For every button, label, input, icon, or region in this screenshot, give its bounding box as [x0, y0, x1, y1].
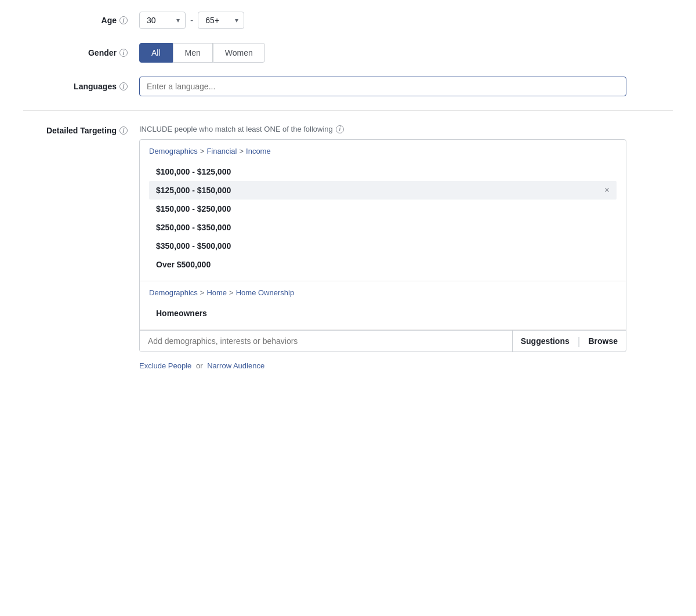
- section-divider: [23, 110, 673, 111]
- income-item-1-remove[interactable]: ×: [604, 185, 610, 195]
- age-separator: -: [190, 15, 193, 26]
- age-label-text: Age: [102, 16, 117, 25]
- gender-label-text: Gender: [88, 48, 117, 57]
- income-item-5: Over $500,000: [149, 255, 617, 274]
- home-breadcrumb-home[interactable]: Home: [206, 288, 227, 297]
- languages-label-text: Languages: [74, 82, 117, 91]
- gender-women-button[interactable]: Women: [213, 43, 265, 63]
- targeting-search-row: Suggestions | Browse: [140, 330, 626, 352]
- detailed-targeting-row: Detailed Targeting i INCLUDE people who …: [23, 125, 673, 352]
- gender-controls: All Men Women: [139, 43, 265, 63]
- home-ownership-breadcrumb: Demographics > Home > Home Ownership: [149, 288, 617, 297]
- income-breadcrumb-demographics[interactable]: Demographics: [149, 147, 198, 155]
- targeting-label-text: Detailed Targeting: [46, 126, 117, 135]
- age-row: Age i 30 13 18 21 25 35 40 45 50 55 60 6…: [23, 12, 673, 29]
- income-section: Demographics > Financial > Income $100,0…: [140, 140, 626, 281]
- bottom-link-or: or: [196, 361, 203, 370]
- targeting-search-input[interactable]: [140, 331, 512, 352]
- age-max-wrapper: 65+ 18 21 25 30 35 40 45 50 55 60 65: [198, 12, 244, 29]
- gender-row: Gender i All Men Women: [23, 43, 673, 63]
- targeting-description-text: INCLUDE people who match at least ONE of…: [139, 125, 333, 133]
- home-breadcrumb-sep2: >: [229, 288, 234, 297]
- income-breadcrumb-financial[interactable]: Financial: [206, 147, 237, 155]
- income-breadcrumb-sep1: >: [200, 147, 205, 155]
- homeowners-item: Homeowners: [149, 304, 617, 323]
- income-item-2: $150,000 - $250,000: [149, 200, 617, 218]
- home-breadcrumb-ownership[interactable]: Home Ownership: [236, 288, 294, 297]
- narrow-audience-link[interactable]: Narrow Audience: [207, 361, 264, 370]
- browse-button[interactable]: Browse: [580, 331, 626, 352]
- income-breadcrumb-sep2: >: [239, 147, 244, 155]
- targeting-description: INCLUDE people who match at least ONE of…: [139, 125, 626, 133]
- age-controls: 30 13 18 21 25 35 40 45 50 55 60 65 - 65…: [139, 12, 244, 29]
- income-item-4: $350,000 - $500,000: [149, 237, 617, 255]
- age-max-select[interactable]: 65+ 18 21 25 30 35 40 45 50 55 60 65: [198, 12, 244, 29]
- age-label: Age i: [23, 16, 139, 25]
- home-breadcrumb-sep1: >: [200, 288, 205, 297]
- targeting-description-info-icon[interactable]: i: [336, 125, 344, 133]
- gender-label: Gender i: [23, 48, 139, 57]
- income-item-1[interactable]: $125,000 - $150,000 ×: [149, 181, 617, 200]
- income-breadcrumb-income[interactable]: Income: [246, 147, 271, 155]
- suggestions-button[interactable]: Suggestions: [513, 331, 578, 352]
- targeting-search-actions: Suggestions | Browse: [512, 331, 626, 352]
- age-info-icon[interactable]: i: [119, 16, 128, 24]
- targeting-label: Detailed Targeting i: [23, 125, 139, 135]
- targeting-box-wrapper: Demographics > Financial > Income $100,0…: [139, 139, 626, 352]
- home-ownership-section: Demographics > Home > Home Ownership Hom…: [140, 281, 626, 330]
- languages-info-icon[interactable]: i: [119, 82, 128, 90]
- language-input[interactable]: [139, 77, 626, 96]
- income-item-0: $100,000 - $125,000: [149, 162, 617, 181]
- income-item-1-label: $125,000 - $150,000: [156, 186, 231, 195]
- targeting-content: INCLUDE people who match at least ONE of…: [139, 125, 626, 352]
- gender-info-icon[interactable]: i: [119, 49, 128, 57]
- languages-label: Languages i: [23, 82, 139, 91]
- income-item-3: $250,000 - $350,000: [149, 218, 617, 237]
- page-container: Age i 30 13 18 21 25 35 40 45 50 55 60 6…: [0, 0, 696, 382]
- home-breadcrumb-demographics[interactable]: Demographics: [149, 288, 198, 297]
- languages-row: Languages i: [23, 77, 673, 96]
- targeting-box: Demographics > Financial > Income $100,0…: [139, 139, 626, 352]
- exclude-people-link[interactable]: Exclude People: [139, 361, 191, 370]
- age-min-select[interactable]: 30 13 18 21 25 35 40 45 50 55 60 65: [139, 12, 186, 29]
- age-min-wrapper: 30 13 18 21 25 35 40 45 50 55 60 65: [139, 12, 186, 29]
- gender-all-button[interactable]: All: [139, 43, 173, 63]
- gender-men-button[interactable]: Men: [173, 43, 213, 63]
- bottom-links: Exclude People or Narrow Audience: [23, 361, 673, 370]
- income-breadcrumb: Demographics > Financial > Income: [149, 147, 617, 155]
- targeting-info-icon[interactable]: i: [119, 126, 128, 135]
